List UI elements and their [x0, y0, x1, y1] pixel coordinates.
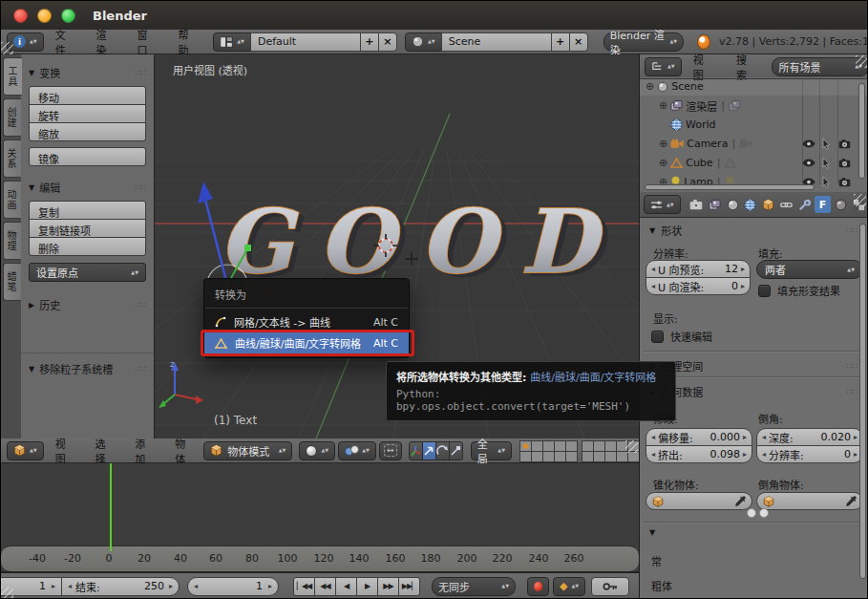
- corner-grip-icon[interactable]: [1, 42, 13, 54]
- visibility-eye-icon[interactable]: [802, 159, 815, 167]
- menu-item-curve-to-mesh[interactable]: 曲线/融球/曲面/文字转网格 Alt C: [204, 332, 409, 353]
- section-history[interactable]: ▶ 历史 ∷∷: [29, 297, 146, 312]
- tab-relations[interactable]: 关系: [3, 139, 21, 178]
- panel-grip-icon[interactable]: ∷∷: [136, 182, 146, 192]
- expand-icon[interactable]: ⊕: [659, 99, 667, 112]
- outliner-hscrollbar[interactable]: [645, 184, 815, 190]
- manipulator-scale-icon[interactable]: [449, 441, 463, 460]
- expand-icon[interactable]: ⊕: [646, 80, 654, 93]
- scene-field[interactable]: Scene: [441, 32, 552, 52]
- tab-create[interactable]: 创建: [3, 98, 21, 137]
- duplicate-linked-button[interactable]: 复制链接项: [29, 219, 146, 238]
- checkbox-icon[interactable]: [651, 331, 664, 343]
- outliner-row-scene[interactable]: ⊕ Scene: [640, 77, 868, 96]
- tab-grease-pencil[interactable]: 蜡笔: [3, 263, 21, 301]
- eyedropper-icon[interactable]: [734, 496, 746, 507]
- tab-material-icon[interactable]: [833, 196, 849, 213]
- menu-render[interactable]: 渲染: [85, 27, 126, 57]
- play-icon[interactable]: ▶: [356, 577, 378, 596]
- fast-edit-checkbox[interactable]: 快速编辑: [651, 329, 712, 344]
- timeline-body[interactable]: -40 -20 0 20 40 60 80 100 120 140 160 18…: [1, 463, 639, 572]
- corner-grip-icon[interactable]: [856, 55, 868, 68]
- panel-geometry[interactable]: ▶ 几何数据 ∷∷: [649, 384, 857, 399]
- manipulator-rotate-icon[interactable]: [435, 441, 450, 460]
- close-layout-button[interactable]: ×: [378, 32, 397, 52]
- renderability-camera-icon[interactable]: [838, 139, 851, 149]
- layers-grid-1[interactable]: [519, 440, 577, 461]
- set-origin-dropdown[interactable]: 设置原点 ▲▼: [29, 263, 146, 282]
- timeline-playhead[interactable]: [110, 463, 112, 547]
- menu-add[interactable]: 添加: [123, 436, 163, 466]
- panel-grip-icon[interactable]: ∷∷: [847, 387, 857, 396]
- gizmo-y-handle-icon[interactable]: [244, 245, 251, 251]
- manipulator-axes-icon[interactable]: [409, 441, 423, 460]
- checkbox-icon[interactable]: [758, 285, 771, 297]
- renderability-camera-icon[interactable]: [838, 177, 851, 187]
- panel-grip-icon[interactable]: ∷∷: [136, 68, 146, 77]
- outliner-row-camera[interactable]: ⊕ Camera |: [640, 135, 868, 153]
- panel-shape[interactable]: ▼ 形状 ∷∷: [649, 223, 857, 238]
- properties-vscrollbar[interactable]: [859, 224, 866, 579]
- selectability-cursor-icon[interactable]: [822, 158, 831, 169]
- panel-font-collapsed[interactable]: ▼: [649, 528, 857, 537]
- add-layout-button[interactable]: +: [360, 32, 379, 52]
- minimize-window-button[interactable]: [37, 9, 52, 23]
- renderability-camera-icon[interactable]: [838, 158, 851, 168]
- editor-type-button[interactable]: ▲▼: [7, 441, 44, 460]
- section-remove-particle-slot[interactable]: ▼ 移除粒子系统槽 ∷∷: [29, 361, 146, 376]
- tab-render-layers-icon[interactable]: [707, 196, 723, 213]
- panel-grip-icon[interactable]: ∷∷: [847, 361, 857, 371]
- mode-dropdown[interactable]: 物体模式 ▲▼: [203, 441, 292, 460]
- taper-object-field[interactable]: [646, 492, 752, 510]
- rotate-button[interactable]: 旋转: [29, 104, 146, 123]
- bevel-resolution-stepper[interactable]: ◂分辨率: 0▸: [756, 445, 863, 463]
- section-edit[interactable]: ▼ 编辑 ∷∷: [29, 180, 146, 195]
- tab-scene-icon[interactable]: [725, 196, 741, 213]
- editor-type-button[interactable]: ▲▼: [644, 195, 681, 214]
- menu-file[interactable]: 文件: [44, 27, 85, 57]
- duplicate-button[interactable]: 复制: [29, 201, 146, 220]
- outliner-filter-dropdown[interactable]: 所有场景 ▲▼: [772, 57, 868, 76]
- visibility-eye-icon[interactable]: [802, 139, 815, 148]
- depth-stepper[interactable]: ◂深度: 0.020▸: [756, 428, 863, 446]
- tab-object-icon[interactable]: [760, 196, 776, 213]
- play-reverse-icon[interactable]: ◀: [335, 577, 357, 596]
- panel-grip-icon[interactable]: ∷∷: [136, 300, 146, 310]
- proportional-edit-button[interactable]: ↔: [379, 441, 402, 460]
- fill-deformed-checkbox[interactable]: 填充形变结果: [758, 283, 840, 298]
- tab-tools[interactable]: 工具: [3, 57, 22, 96]
- extrude-stepper[interactable]: ◂挤出: 0.098▸: [646, 445, 752, 463]
- menu-help[interactable]: 帮助: [166, 27, 207, 57]
- selectability-cursor-icon[interactable]: [822, 177, 831, 188]
- tab-world-icon[interactable]: [742, 196, 758, 213]
- viewport-shading-dropdown[interactable]: ▲▼: [299, 441, 335, 460]
- outliner-row-world[interactable]: World: [640, 116, 868, 134]
- outliner-row-cube[interactable]: ⊕ Cube |: [640, 154, 868, 172]
- maximize-window-button[interactable]: [61, 9, 75, 23]
- timeline-ruler[interactable]: -40 -20 0 20 40 60 80 100 120 140 160 18…: [1, 546, 639, 571]
- keying-set-button[interactable]: [591, 577, 629, 596]
- menu-select[interactable]: 选择: [84, 436, 124, 466]
- menu-item-mesh-to-curve[interactable]: 网格/文本线 -> 曲线 Alt C: [204, 311, 409, 332]
- eyedropper-icon[interactable]: [845, 496, 857, 507]
- expand-icon[interactable]: ⊕: [659, 157, 667, 169]
- add-scene-button[interactable]: +: [551, 32, 570, 52]
- fill-mode-dropdown[interactable]: 两者 ▲▼: [756, 260, 863, 279]
- editor-type-button[interactable]: ▲▼: [645, 57, 682, 76]
- menu-view[interactable]: 视图: [44, 436, 84, 466]
- tab-physics[interactable]: 物理: [3, 222, 21, 260]
- close-window-button[interactable]: [13, 9, 28, 23]
- screen-layout-field[interactable]: Default: [250, 32, 361, 52]
- outliner-vscrollbar[interactable]: [858, 83, 865, 179]
- corner-grip-icon[interactable]: [625, 440, 638, 453]
- scale-button[interactable]: 缩放: [29, 122, 146, 141]
- move-button[interactable]: 移动: [29, 86, 146, 105]
- panel-grip-icon[interactable]: ∷∷: [847, 225, 857, 235]
- pivot-center-dropdown[interactable]: ▲▼: [338, 441, 376, 460]
- tab-data-icon[interactable]: F: [815, 196, 831, 213]
- bevel-object-field[interactable]: [756, 492, 863, 510]
- corner-grip-icon[interactable]: [854, 194, 866, 206]
- screen-layout-selector[interactable]: ▲▼: [213, 32, 251, 52]
- scene-selector[interactable]: ▲▼: [405, 32, 442, 52]
- jump-to-end-icon[interactable]: ▶▶▏: [398, 577, 420, 596]
